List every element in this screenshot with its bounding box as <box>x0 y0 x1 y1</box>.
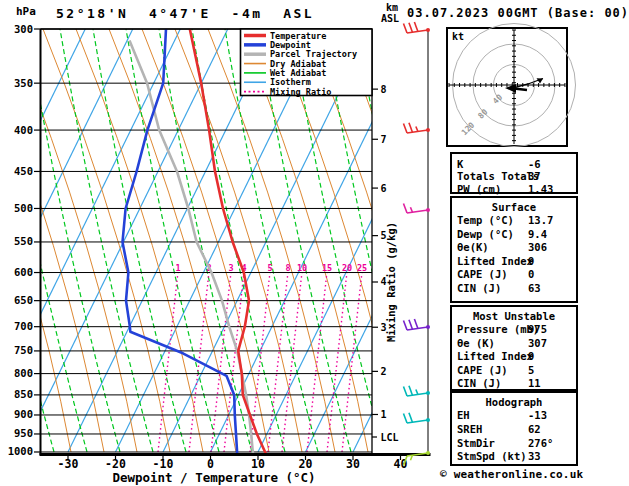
stats-row-label: StmDir <box>457 437 495 451</box>
mixing-ratio-value-label: 20 <box>342 263 352 273</box>
stats-row: Lifted Index9 <box>452 350 576 364</box>
temperature-tick-label: 30 <box>346 457 360 471</box>
hodograph-panel: 4080120kt <box>447 24 576 147</box>
stats-row: CAPE (J)5 <box>452 364 576 378</box>
stats-row-label: StmSpd (kt) <box>457 450 527 464</box>
stats-row-value: 9 <box>528 350 534 364</box>
wind-barb-feather <box>409 320 413 330</box>
pressure-tick-label: 850 <box>14 388 33 400</box>
mixing-ratio-axis-title: Mixing Ratio (g/kg) <box>385 222 397 342</box>
stats-box-most-unstable: Most UnstablePressure (mb)975θe (K)307Li… <box>450 305 578 391</box>
wind-barb-feather <box>409 23 413 33</box>
pressure-tick-label: 750 <box>14 344 33 356</box>
altitude-km-label: 7 <box>381 134 387 145</box>
altitude-axis-unit-km: km <box>386 2 398 13</box>
wind-barb-feather <box>409 413 413 423</box>
mixing-ratio-value-label: 3 <box>228 263 233 273</box>
stats-box-surface: SurfaceTemp (°C)13.7Dewp (°C)9.4θe(K)306… <box>450 196 578 303</box>
stats-row-label: PW (cm) <box>457 183 501 195</box>
altitude-km-label: 2 <box>381 366 387 377</box>
wet-adiabat-line <box>60 29 153 452</box>
pressure-tick-label: 600 <box>14 266 33 278</box>
stats-box-title: Hodograph <box>452 396 576 409</box>
wind-barb-staff <box>404 22 431 466</box>
stats-box-hodograph: HodographEH-13SREH62StmDir276°StmSpd (kt… <box>450 391 578 466</box>
stats-row-value: -13 <box>528 409 547 423</box>
stats-row-value: 63 <box>528 282 541 296</box>
pressure-tick-label: 650 <box>14 294 33 306</box>
wind-barb <box>404 386 431 396</box>
pressure-tick-label: 350 <box>14 77 33 89</box>
stats-row-label: K <box>457 158 463 170</box>
wind-barb-feather <box>404 124 408 134</box>
stats-row-value: 33 <box>528 450 541 464</box>
pressure-tick-label: 900 <box>14 408 33 420</box>
pressure-tick-label: 950 <box>14 427 33 439</box>
stats-row: CIN (J)63 <box>452 282 576 296</box>
pressure-tick-label: 800 <box>14 367 33 379</box>
run-datetime: 03.07.2023 00GMT (Base: 00) <box>407 6 629 20</box>
stats-row-value: -6 <box>528 158 541 170</box>
stats-row: CIN (J)11 <box>452 377 576 391</box>
wind-barb-shaft <box>407 420 428 423</box>
wind-barb <box>404 22 431 33</box>
temperature-tick-label: -30 <box>58 457 79 471</box>
wind-barb-feather <box>404 387 408 397</box>
stats-row: Temp (°C)13.7 <box>452 214 576 228</box>
stats-row-label: θe (K) <box>457 337 495 351</box>
legend-item-label: Mixing Ratio <box>270 87 331 97</box>
stats-row-value: 62 <box>528 423 541 437</box>
stats-row-label: Lifted Index <box>457 255 533 269</box>
stats-row: EH-13 <box>452 409 576 423</box>
stats-row: StmDir276° <box>452 437 576 451</box>
stats-box-title: Surface <box>452 201 576 214</box>
wind-barb-shaft <box>407 210 428 213</box>
temperature-tick-label: -10 <box>153 457 174 471</box>
stats-row-label: SREH <box>457 423 482 437</box>
stats-row-label: Totals Totals <box>457 170 539 182</box>
stats-row-value: 307 <box>528 337 547 351</box>
stats-row: Lifted Index9 <box>452 255 576 269</box>
dry-adiabat-line <box>0 29 71 452</box>
pressure-tick-label: 500 <box>14 202 33 214</box>
stats-row-label: Pressure (mb) <box>457 323 539 337</box>
stats-row-value: 306 <box>528 241 547 255</box>
wind-barb-feather <box>414 22 418 32</box>
mixing-ratio-value-label: 5 <box>267 263 272 273</box>
legend-box: TemperatureDewpointParcel TrajectoryDry … <box>241 29 373 97</box>
hodograph-unit-label: kt <box>452 31 464 42</box>
stats-row-label: CAPE (J) <box>457 364 508 378</box>
temperature-tick-label: 0 <box>207 457 214 471</box>
wind-barb-feather <box>404 204 408 214</box>
wet-adiabat-line <box>126 29 219 452</box>
stats-row-value: 1.43 <box>528 183 553 195</box>
x-axis-title: Dewpoint / Temperature (°C) <box>112 470 315 485</box>
stats-row-label: Lifted Index <box>457 350 533 364</box>
stats-row: Dewp (°C)9.4 <box>452 228 576 242</box>
stats-row-value: 0 <box>528 268 534 282</box>
stats-row: θe(K)306 <box>452 241 576 255</box>
wind-barb-feather <box>404 24 408 34</box>
stats-row-label: EH <box>457 409 470 423</box>
altitude-km-label: 1 <box>381 409 387 420</box>
mixing-ratio-line <box>342 272 362 452</box>
stats-box-title: Most Unstable <box>452 310 576 323</box>
wet-adiabat-line <box>159 29 252 452</box>
pressure-tick-label: 700 <box>14 320 33 332</box>
stats-row-label: CAPE (J) <box>457 268 508 282</box>
pressure-tick-label: 550 <box>14 235 33 247</box>
stats-row-value: 276° <box>528 437 553 451</box>
stats-row: PW (cm)1.43 <box>452 183 576 195</box>
plot-bottom-border <box>40 453 431 456</box>
wind-barb-feather <box>404 321 408 331</box>
pressure-axis-unit: hPa <box>16 5 36 18</box>
mixing-ratio-value-label: 15 <box>322 263 332 273</box>
wind-barb-feather <box>409 123 413 133</box>
temperature-tick-label: 20 <box>299 457 313 471</box>
stats-row-value: 13.7 <box>528 214 553 228</box>
mixing-ratio-value-label: 1 <box>175 263 180 273</box>
mixing-ratio-value-label: 10 <box>297 263 307 273</box>
mixing-ratio-value-label: 8 <box>285 263 290 273</box>
wind-barb-feather <box>404 414 408 424</box>
stats-row: Totals Totals37 <box>452 170 576 182</box>
